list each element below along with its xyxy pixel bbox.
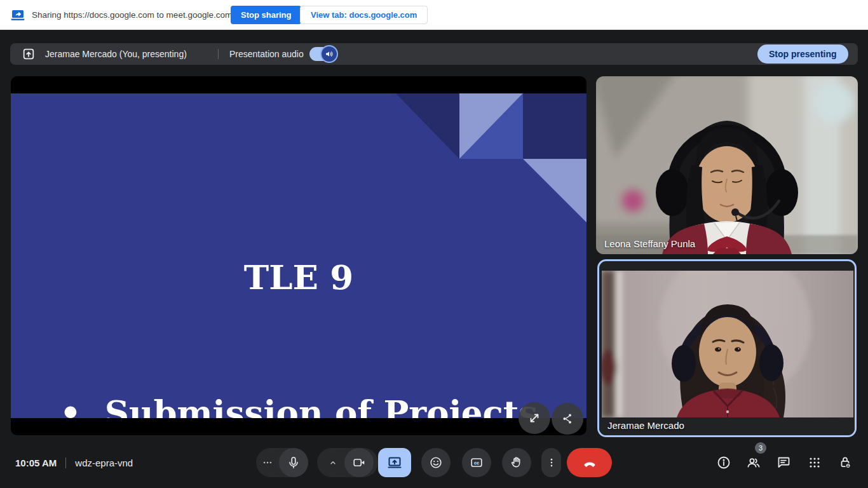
present-screen-icon [22,47,36,61]
slide-canvas: TLE 9 • Submission of Projects and Activ… [11,93,587,418]
chat-panel-button[interactable] [776,455,791,470]
slide-text-block: TLE 9 • Submission of Projects and Activ… [11,165,587,418]
speaker-icon [325,50,334,58]
microphone-button[interactable] [256,448,308,477]
participant-name-label: Jeramae Mercado [607,420,684,431]
more-options-button[interactable] [541,448,561,477]
expand-presentation-button[interactable] [519,402,550,434]
presentation-header: Jeramae Mercado (You, presenting) Presen… [10,43,858,65]
participant-video [596,76,858,254]
slide-title: TLE 9 [11,255,587,300]
captions-icon: cc [470,456,484,470]
end-call-icon [581,454,598,471]
activities-apps-button[interactable] [807,455,822,470]
present-now-icon [387,455,402,470]
sharing-message: Sharing https://docs.google.com to meet.… [32,0,232,30]
raise-hand-icon [510,456,524,470]
chat-icon [776,455,791,470]
meeting-code: wdz-epra-vnd [75,458,133,468]
participant-video [602,271,853,417]
participant-tile-jeramae[interactable]: Jeramae Mercado [597,259,857,437]
slide-bullet-1: • Submission of Projects [11,390,587,418]
presenter-label: Jeramae Mercado (You, presenting) [45,43,187,65]
host-controls-button[interactable] [837,455,853,470]
stop-presenting-button[interactable]: Stop presenting [757,44,848,64]
toggle-thumb [320,45,338,63]
presentation-audio-toggle[interactable] [309,47,336,61]
end-call-button[interactable] [567,448,612,477]
mic-icon[interactable] [279,448,308,477]
present-now-button-active[interactable] [378,448,411,477]
view-tab-button[interactable]: View tab: docs.google.com [300,6,428,24]
camera-icon[interactable] [344,448,374,477]
emoji-icon [429,456,443,470]
stop-sharing-button[interactable]: Stop sharing [231,6,301,24]
lock-icon [837,455,853,470]
reactions-button[interactable] [421,448,451,477]
share-presentation-button[interactable] [552,403,583,435]
info-icon [716,455,731,470]
share-icon [561,412,574,425]
mic-options-icon[interactable] [256,448,279,477]
shared-screen-slide: TLE 9 • Submission of Projects and Activ… [11,76,587,435]
raise-hand-button[interactable] [502,448,531,477]
meet-window: Sharing https://docs.google.com to meet.… [0,0,868,488]
screen-share-icon [10,8,25,23]
divider [65,458,66,468]
clock-time: 10:05 AM [15,458,57,468]
participants-count-badge: 3 [755,442,766,454]
participant-tile-leona[interactable]: Leona Steffany Punla [596,76,858,254]
captions-button[interactable]: cc [462,448,491,477]
more-vertical-icon [546,457,557,468]
meeting-details-button[interactable] [716,455,731,470]
svg-text:cc: cc [474,460,479,466]
expand-icon [527,411,541,425]
participant-name-label: Leona Steffany Punla [604,238,695,249]
people-icon [746,455,761,470]
apps-grid-icon [807,455,822,470]
tab-sharing-bar: Sharing https://docs.google.com to meet.… [0,0,868,30]
people-panel-button[interactable] [746,455,761,470]
meeting-status: 10:05 AM wdz-epra-vnd [15,437,133,488]
camera-button[interactable] [317,448,378,477]
camera-options-icon[interactable] [322,448,344,477]
divider [218,49,219,59]
presentation-audio-label: Presentation audio [229,43,304,65]
